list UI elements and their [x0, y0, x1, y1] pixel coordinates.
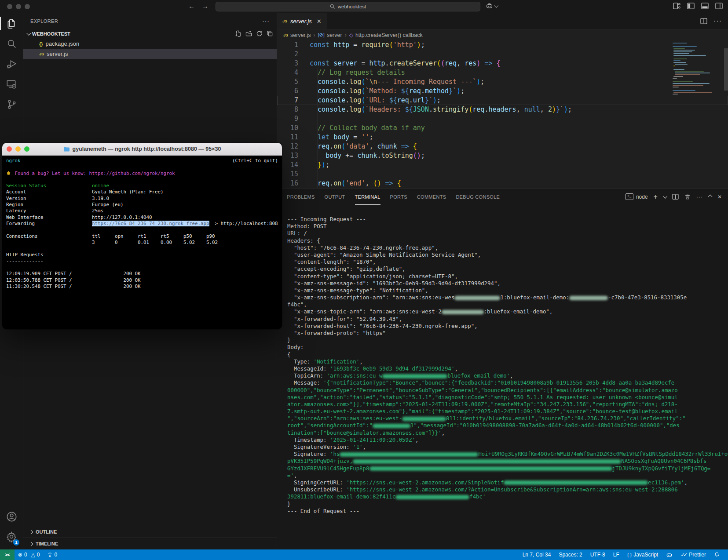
command-center-search[interactable]: webhooktest — [216, 2, 480, 11]
split-terminal-icon[interactable] — [672, 194, 679, 200]
ngrok-terminal-output[interactable]: ngrok(Ctrl+C to quit) Found a bug? Let u… — [2, 156, 282, 329]
back-arrow-icon[interactable]: ← — [188, 2, 195, 10]
refresh-icon[interactable] — [256, 30, 263, 37]
toggle-panel-icon[interactable] — [701, 3, 709, 9]
breadcrumb-item[interactable]: ◇http.createServer() callback — [349, 32, 423, 38]
new-folder-icon[interactable] — [245, 30, 252, 37]
sidebar-section-outline[interactable]: OUTLINE — [23, 526, 277, 538]
code-line[interactable]: 9 — [277, 114, 728, 124]
code-line[interactable]: 1const http = require('http'); — [277, 40, 728, 50]
chevron-right-icon — [29, 542, 33, 546]
kill-terminal-trash-icon[interactable] — [684, 194, 691, 200]
breadcrumb-item[interactable]: [⊘]server — [318, 32, 342, 38]
minimap[interactable] — [673, 43, 722, 95]
code-line[interactable]: 5 console.log(`\n--- Incoming Request --… — [277, 77, 728, 87]
new-terminal-button[interactable]: + — [654, 193, 658, 201]
toggle-primary-sidebar-icon[interactable] — [687, 3, 695, 9]
terminal-line: 392811:bluefox-email-demo:82f411cf4bc' — [287, 493, 725, 500]
panel-tab-debug-console[interactable]: DEBUG CONSOLE — [456, 189, 500, 205]
settings-button[interactable]: 1 — [0, 527, 23, 547]
panel-tab-comments[interactable]: COMMENTS — [417, 189, 446, 205]
panel-tab-output[interactable]: OUTPUT — [325, 189, 345, 205]
workspace-section-header[interactable]: WEBHOOKTEST — [23, 29, 277, 39]
status-utf-8[interactable]: UTF-8 — [586, 552, 609, 558]
terminal-line: "content-type": "application/json; chars… — [287, 273, 725, 280]
editor-scrollbar[interactable] — [724, 48, 728, 91]
close-tab-icon[interactable]: ✕ — [317, 18, 322, 25]
close-panel-icon[interactable]: ✕ — [717, 194, 722, 200]
breadcrumb[interactable]: JSserver.js›[⊘]server›◇http.createServer… — [277, 29, 728, 40]
code-line[interactable]: 16 req.on('end', () => { — [277, 179, 728, 188]
status-ln-7-col-34[interactable]: Ln 7, Col 34 — [519, 552, 555, 558]
code-line[interactable]: 2 — [277, 50, 728, 59]
file-item-server-js[interactable]: JSserver.js — [23, 49, 277, 59]
terminal-line: nses.com","action":"failed","status":"5.… — [287, 394, 725, 401]
breadcrumb-item[interactable]: JSserver.js — [283, 32, 311, 38]
close-window-button[interactable] — [7, 4, 12, 9]
minimize-window-button[interactable] — [16, 4, 21, 9]
terminal-shell-selector[interactable]: >_ node — [626, 193, 648, 200]
customize-layout-icon[interactable] — [673, 3, 680, 9]
minimize-window-button[interactable] — [15, 146, 21, 152]
ngrok-terminal-window[interactable]: gyulanemeth — ngrok http http://localhos… — [2, 143, 282, 329]
line-number: 5 — [277, 77, 298, 87]
status-lf[interactable]: LF — [609, 552, 623, 558]
terminal-output[interactable]: --- Incoming Request ---Method: POSTURL:… — [277, 204, 728, 549]
sidebar-section-timeline[interactable]: TIMELINE — [23, 538, 277, 549]
redacted-blur — [373, 424, 410, 428]
activity-search[interactable] — [0, 33, 23, 54]
terminal-line: "x-amz-sns-message-id": "1693bf3c-0eb9-5… — [287, 280, 725, 287]
activity-remote-explorer[interactable] — [0, 74, 23, 94]
code-line[interactable]: 4 // Log request details — [277, 68, 728, 77]
forward-arrow-icon[interactable]: → — [202, 2, 209, 10]
editor-more-actions[interactable]: ··· — [713, 17, 722, 25]
code-line[interactable]: 15 — [277, 170, 728, 179]
code-line[interactable]: 10 // Collect body data if any — [277, 124, 728, 133]
tab-server-js[interactable]: JS server.js ✕ — [277, 13, 327, 29]
activity-source-control[interactable] — [0, 94, 23, 114]
status-bell[interactable] — [710, 552, 724, 558]
collapse-all-icon[interactable] — [267, 30, 273, 37]
status-javascript[interactable]: { }JavaScript — [623, 552, 662, 558]
code-line[interactable]: 8 console.log(`Headers: ${JSON.stringify… — [277, 105, 728, 114]
files-icon — [6, 18, 17, 29]
maximize-panel-icon[interactable] — [708, 195, 712, 199]
panel-tab-ports[interactable]: PORTS — [390, 189, 407, 205]
minimap-line — [673, 53, 689, 54]
copilot-menu[interactable] — [486, 2, 498, 10]
panel-more-actions[interactable]: ··· — [696, 194, 703, 200]
terminal-line: ator.amazonses.com>"}],"timestamp":"2025… — [287, 401, 725, 408]
status-copilot[interactable] — [662, 552, 677, 558]
code-line[interactable]: 6 console.log(`Method: ${req.method}`); — [277, 87, 728, 96]
ngrok-titlebar[interactable]: gyulanemeth — ngrok http http://localhos… — [2, 143, 282, 156]
maximize-window-button[interactable] — [25, 4, 30, 9]
split-editor-icon[interactable] — [700, 18, 707, 24]
activity-run-debug[interactable] — [0, 54, 23, 74]
panel-tab-problems[interactable]: PROBLEMS — [287, 189, 315, 205]
code-line[interactable]: 12 req.on('data', chunk => { — [277, 142, 728, 151]
code-line[interactable]: 11 let body = ''; — [277, 133, 728, 142]
ngrok-line — [6, 164, 278, 170]
problems-indicator[interactable]: ⊗ 0 △ 0 — [15, 552, 44, 558]
close-window-button[interactable] — [7, 146, 12, 152]
window-controls[interactable] — [7, 4, 30, 9]
code-editor[interactable]: 1const http = require('http');23const se… — [277, 40, 728, 189]
panel-tab-terminal[interactable]: TERMINAL — [355, 189, 380, 205]
maximize-window-button[interactable] — [24, 146, 29, 152]
code-line[interactable]: 14 }); — [277, 160, 728, 170]
ports-indicator[interactable]: 0 — [44, 552, 61, 558]
file-item-package-json[interactable]: {}package.json — [23, 39, 277, 49]
remote-indicator[interactable]: >< — [0, 549, 15, 560]
activity-explorer[interactable] — [0, 13, 23, 33]
status-spaces-2[interactable]: Spaces: 2 — [555, 552, 586, 558]
toggle-secondary-sidebar-icon[interactable] — [715, 3, 723, 9]
code-line[interactable]: 3const server = http.createServer((req, … — [277, 59, 728, 68]
code-line[interactable]: 13 body += chunk.toString(); — [277, 151, 728, 160]
code-line[interactable]: 7 console.log(`URL: ${req.url}`); — [277, 96, 728, 105]
status-prettier[interactable]: ✓✓Prettier — [677, 552, 710, 558]
chevron-down-icon[interactable] — [663, 194, 667, 199]
js-icon: JS — [283, 33, 288, 37]
new-file-icon[interactable] — [235, 30, 241, 37]
explorer-more-actions[interactable]: ··· — [262, 18, 270, 25]
account-button[interactable] — [0, 506, 23, 527]
